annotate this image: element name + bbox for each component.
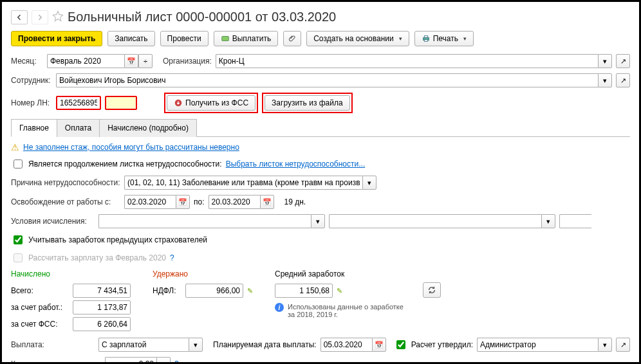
info-icon: i — [275, 303, 284, 312]
correction-label: Корректировка выплаты: — [11, 359, 101, 364]
month-label: Месяц: — [11, 57, 43, 66]
create-base-button[interactable]: Создать на основании — [306, 31, 409, 46]
employee-open-button[interactable]: ↗ — [616, 73, 630, 87]
refresh-button[interactable] — [423, 282, 441, 298]
date-to-input[interactable] — [209, 195, 260, 209]
continuation-label: Является продолжением листка нетрудоспос… — [28, 159, 222, 168]
pay-icon — [221, 34, 230, 43]
planned-date-input[interactable] — [320, 338, 372, 352]
refresh-icon — [427, 286, 436, 295]
page-title: Больничный лист 0000-000001 от 03.03.202… — [68, 10, 336, 24]
consider-prev-checkbox[interactable] — [14, 235, 23, 244]
ln-number-input[interactable] — [56, 96, 101, 110]
org-open-button[interactable]: ↗ — [616, 54, 630, 68]
recalc-salary-label: Рассчитать зарплату за Февраль 2020 — [28, 253, 166, 262]
date-from-input[interactable] — [124, 195, 176, 209]
conditions-label: Условия исчисления: — [11, 217, 95, 226]
days-count: 19 дн. — [284, 197, 306, 206]
recalc-salary-checkbox — [14, 253, 23, 262]
payout-type-input[interactable] — [98, 338, 189, 352]
post-button[interactable]: Провести — [160, 31, 209, 46]
svg-rect-0 — [221, 37, 228, 41]
approved-label: Расчет утвердил: — [411, 340, 473, 349]
payout-label: Выплата: — [11, 340, 95, 349]
avg-earn-value[interactable] — [275, 284, 333, 298]
fss-value[interactable] — [73, 317, 131, 331]
condition1-input[interactable] — [98, 214, 311, 228]
download-icon — [174, 98, 183, 107]
reason-input[interactable] — [124, 176, 362, 190]
employee-label: Сотрудник: — [11, 76, 52, 85]
approved-by-input[interactable] — [477, 338, 598, 352]
help-link[interactable]: ? — [170, 253, 174, 262]
tab-calc-detail[interactable]: Начислено (подробно) — [99, 119, 197, 137]
attach-button[interactable] — [283, 31, 301, 46]
workfree-label: Освобождение от работы с: — [11, 197, 120, 206]
payout-type-dropdown[interactable]: ▾ — [189, 338, 203, 352]
pay-button[interactable]: Выплатить — [214, 31, 279, 46]
employee-dropdown-button[interactable]: ▾ — [598, 73, 612, 87]
nav-forward-button[interactable] — [32, 10, 48, 24]
tab-main[interactable]: Главное — [11, 119, 57, 137]
total-label: Всего: — [11, 286, 69, 295]
org-input[interactable] — [216, 54, 598, 68]
accrued-header: Начислено — [11, 269, 140, 278]
correction-calc-button[interactable]: ▦ — [156, 357, 171, 364]
condition3-input[interactable] — [559, 214, 591, 228]
org-dropdown-button[interactable]: ▾ — [598, 54, 612, 68]
date-to-cal-button[interactable]: 📅 — [260, 195, 274, 209]
month-input[interactable] — [47, 54, 124, 68]
month-stepper-button[interactable]: ÷ — [138, 54, 153, 68]
warning-link[interactable]: Не заполнен стаж, пособия могут быть рас… — [23, 143, 239, 152]
paperclip-icon — [288, 34, 297, 43]
approved-checkbox[interactable] — [396, 340, 405, 349]
edit-ndfl-icon[interactable]: ✎ — [247, 287, 257, 295]
to-label: по: — [194, 197, 205, 206]
avg-earn-header: Средний заработок — [275, 269, 410, 278]
continuation-link[interactable]: Выбрать листок нетрудоспособности... — [226, 159, 366, 168]
correction-help-link[interactable]: ? — [174, 359, 179, 364]
svg-rect-3 — [424, 40, 427, 42]
ndfl-value[interactable] — [185, 284, 243, 298]
org-label: Организация: — [163, 57, 212, 66]
print-button[interactable]: Печать — [414, 31, 474, 46]
printer-icon — [422, 34, 431, 43]
planned-date-cal-button[interactable]: 📅 — [372, 338, 386, 352]
edit-avg-icon[interactable]: ✎ — [337, 287, 347, 295]
nav-back-button[interactable] — [11, 10, 28, 24]
ln-extra-field[interactable] — [105, 96, 137, 110]
star-icon[interactable] — [52, 10, 64, 24]
consider-prev-label: Учитывать заработок предыдущих страховат… — [28, 235, 207, 244]
approved-by-dropdown[interactable]: ▾ — [598, 338, 612, 352]
load-from-file-button[interactable]: Загрузить из файла — [265, 95, 350, 111]
reason-label: Причина нетрудоспособности: — [11, 178, 120, 187]
employer-value[interactable] — [73, 300, 131, 314]
avg-earn-info: Использованы данные о заработке за 2018,… — [288, 303, 404, 318]
ndfl-label: НДФЛ: — [153, 286, 181, 295]
tab-payment[interactable]: Оплата — [57, 119, 100, 137]
condition1-dropdown[interactable]: ▾ — [311, 214, 325, 228]
save-button[interactable]: Записать — [107, 31, 154, 46]
correction-input[interactable] — [105, 357, 156, 364]
ln-label: Номер ЛН: — [11, 98, 52, 107]
withheld-header: Удержано — [153, 269, 262, 278]
warning-icon: ⚠ — [11, 142, 19, 152]
employee-input[interactable] — [56, 73, 598, 87]
svg-rect-2 — [424, 36, 427, 38]
planned-date-label: Планируемая дата выплаты: — [213, 340, 317, 349]
continuation-checkbox[interactable] — [14, 159, 23, 168]
month-calendar-button[interactable]: 📅 — [124, 54, 138, 68]
post-close-button[interactable]: Провести и закрыть — [11, 31, 102, 46]
condition2-dropdown[interactable]: ▾ — [541, 214, 555, 228]
fss-label: за счет ФСС: — [11, 320, 69, 329]
employer-label: за счет работ.: — [11, 303, 69, 312]
condition2-input[interactable] — [329, 214, 541, 228]
get-from-fss-button[interactable]: Получить из ФСС — [167, 95, 255, 111]
reason-dropdown-button[interactable]: ▾ — [362, 176, 376, 190]
date-from-cal-button[interactable]: 📅 — [176, 195, 190, 209]
total-value[interactable] — [73, 284, 131, 298]
approved-by-open-button[interactable]: ↗ — [616, 338, 630, 352]
